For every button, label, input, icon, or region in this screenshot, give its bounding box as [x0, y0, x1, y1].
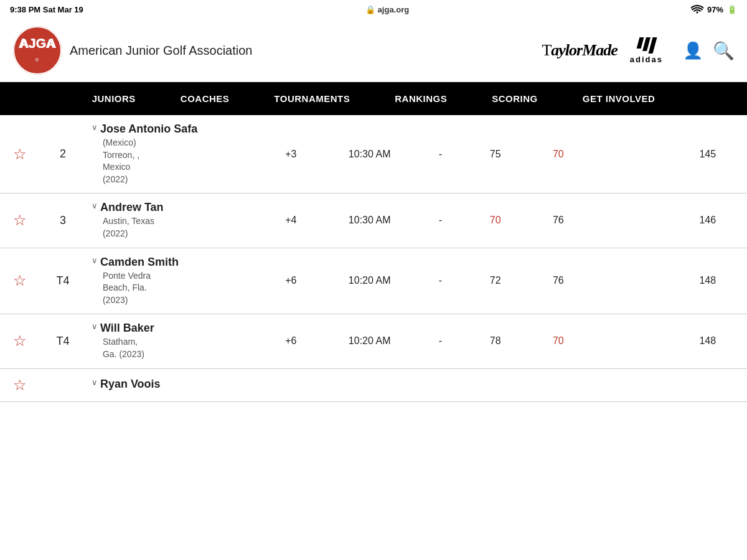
- score-cell: +6: [260, 314, 322, 368]
- favorite-cell: ☆: [0, 368, 39, 401]
- hole-value: -: [439, 335, 442, 346]
- score-value: +4: [285, 215, 296, 225]
- table-row: ☆3∨ Andrew TanAustin, Texas (2022)+410:3…: [0, 194, 747, 248]
- tee-time-cell: 10:20 AM: [322, 248, 417, 314]
- player-name: Camden Smith: [100, 256, 179, 269]
- player-cell: ∨ Andrew TanAustin, Texas (2022): [87, 194, 260, 248]
- position-value: 3: [60, 214, 66, 226]
- round1-value: 70: [490, 215, 501, 225]
- taylormade-logo: TaylorMade: [542, 41, 617, 60]
- score-cell: [260, 368, 322, 401]
- tee-time-value: 10:30 AM: [349, 149, 391, 159]
- nav-item-scoring[interactable]: SCORING: [469, 82, 560, 115]
- favorite-star[interactable]: ☆: [13, 376, 27, 393]
- favorite-cell: ☆: [0, 248, 39, 314]
- total-cell: [669, 368, 747, 401]
- total-cell: 148: [669, 314, 747, 368]
- player-cell: ∨ Ryan Voois: [87, 368, 260, 401]
- score-value: +6: [285, 335, 296, 346]
- position-cell: T4: [39, 248, 87, 314]
- player-cell: ∨ Will BakerStatham, Ga. (2023): [87, 314, 260, 368]
- player-details: Austin, Texas (2022): [92, 215, 255, 240]
- position-value: T4: [57, 274, 70, 287]
- tee-time-cell: 10:20 AM: [322, 314, 417, 368]
- nav-item-juniors[interactable]: JUNIORS: [70, 82, 158, 115]
- scores-table: ☆2∨ Jose Antonio Safa(Mexico) Torreon, ,…: [0, 115, 747, 402]
- nav-item-coaches[interactable]: COACHES: [158, 82, 252, 115]
- table-row: ☆T4∨ Camden SmithPonte Vedra Beach, Fla.…: [0, 248, 747, 314]
- spacer-cell: [590, 368, 668, 401]
- position-cell: [39, 368, 87, 401]
- hole-value: -: [439, 275, 442, 286]
- favorite-star[interactable]: ☆: [13, 212, 27, 228]
- total-value: 146: [699, 215, 716, 225]
- ajga-logo[interactable]: AJGA AJGA ®: [12, 26, 62, 75]
- status-url: 🔒 ajga.org: [365, 5, 410, 14]
- round1-value: 78: [490, 335, 501, 346]
- player-cell: ∨ Jose Antonio Safa(Mexico) Torreon, , M…: [87, 115, 260, 194]
- position-cell: 3: [39, 194, 87, 248]
- position-value: T4: [57, 335, 70, 347]
- nav-item-get-involved[interactable]: GET INVOLVED: [560, 82, 678, 115]
- favorite-star[interactable]: ☆: [13, 332, 27, 349]
- wifi-icon: [691, 4, 703, 16]
- hole-value: -: [439, 149, 442, 159]
- expand-chevron-icon[interactable]: ∨: [92, 123, 98, 132]
- adidas-logo: adidas: [630, 37, 663, 64]
- position-value: 2: [60, 147, 66, 160]
- hole-cell: -: [416, 248, 464, 314]
- player-name: Will Baker: [100, 322, 154, 335]
- tee-time-value: 10:30 AM: [349, 215, 391, 225]
- favorite-star[interactable]: ☆: [13, 146, 27, 162]
- table-row: ☆2∨ Jose Antonio Safa(Mexico) Torreon, ,…: [0, 115, 747, 194]
- lock-icon: 🔒: [365, 5, 375, 14]
- round1-cell: [464, 368, 527, 401]
- score-cell: +3: [260, 115, 322, 194]
- search-icon[interactable]: 🔍: [713, 40, 735, 61]
- status-time: 9:38 PM Sat Mar 19: [10, 5, 83, 14]
- spacer-cell: [590, 115, 668, 194]
- round2-cell: [527, 368, 590, 401]
- round2-cell: 76: [527, 194, 590, 248]
- tee-time-cell: 10:30 AM: [322, 115, 417, 194]
- tee-time-value: 10:20 AM: [349, 335, 391, 346]
- main-nav[interactable]: JUNIORS COACHES TOURNAMENTS RANKINGS SCO…: [0, 82, 747, 115]
- spacer-cell: [590, 248, 668, 314]
- round2-cell: 76: [527, 248, 590, 314]
- position-cell: 2: [39, 115, 87, 194]
- total-cell: 146: [669, 194, 747, 248]
- hole-cell: -: [416, 314, 464, 368]
- svg-text:AJGA: AJGA: [20, 37, 55, 50]
- total-cell: 148: [669, 248, 747, 314]
- hole-cell: -: [416, 194, 464, 248]
- header-sponsors: TaylorMade adidas: [542, 37, 663, 64]
- header-actions[interactable]: 👤 🔍: [683, 40, 735, 61]
- player-name: Andrew Tan: [100, 201, 164, 214]
- org-name: American Junior Golf Association: [70, 44, 534, 58]
- hole-cell: -: [416, 115, 464, 194]
- round1-cell: 78: [464, 314, 527, 368]
- score-cell: +4: [260, 194, 322, 248]
- total-cell: 145: [669, 115, 747, 194]
- total-value: 148: [699, 335, 716, 346]
- player-name: Jose Antonio Safa: [100, 123, 197, 136]
- round2-value: 76: [553, 215, 564, 225]
- battery-icon: 🔋: [727, 5, 737, 14]
- spacer-cell: [590, 314, 668, 368]
- round1-cell: 75: [464, 115, 527, 194]
- favorite-cell: ☆: [0, 314, 39, 368]
- round1-cell: 70: [464, 194, 527, 248]
- table-row: ☆T4∨ Will BakerStatham, Ga. (2023)+610:2…: [0, 314, 747, 368]
- expand-chevron-icon[interactable]: ∨: [92, 378, 98, 387]
- score-cell: +6: [260, 248, 322, 314]
- player-name: Ryan Voois: [100, 378, 161, 391]
- nav-item-rankings[interactable]: RANKINGS: [372, 82, 469, 115]
- nav-item-tournaments[interactable]: TOURNAMENTS: [251, 82, 372, 115]
- battery-text: 97%: [707, 5, 723, 14]
- round2-value: 70: [553, 335, 564, 346]
- expand-chevron-icon[interactable]: ∨: [92, 201, 98, 210]
- expand-chevron-icon[interactable]: ∨: [92, 256, 98, 265]
- expand-chevron-icon[interactable]: ∨: [92, 322, 98, 331]
- favorite-star[interactable]: ☆: [13, 272, 27, 289]
- user-icon[interactable]: 👤: [683, 41, 703, 60]
